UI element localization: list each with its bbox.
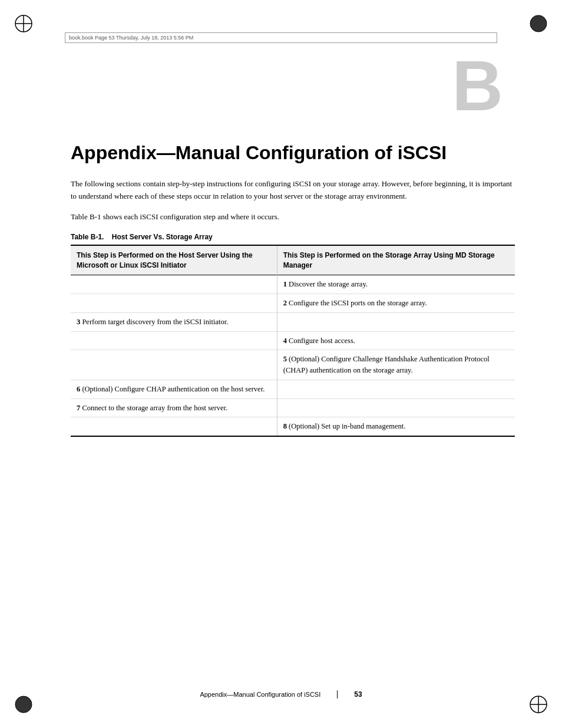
storage-array-cell bbox=[277, 380, 515, 398]
page: book.book Page 53 Thursday, July 18, 201… bbox=[0, 0, 562, 728]
col1-header: This Step is Performed on the Host Serve… bbox=[71, 245, 277, 275]
storage-array-cell bbox=[277, 312, 515, 331]
table-intro: Table B-1 shows each iSCSI configuration… bbox=[71, 211, 515, 223]
svg-point-4 bbox=[15, 696, 32, 713]
host-server-cell bbox=[71, 294, 277, 313]
intro-paragraph: The following sections contain step-by-s… bbox=[71, 178, 515, 203]
storage-array-cell: 1 Discover the storage array. bbox=[277, 275, 515, 294]
table-caption-title: Host Server Vs. Storage Array bbox=[112, 233, 213, 241]
table-caption: Table B-1. Host Server Vs. Storage Array bbox=[71, 233, 515, 241]
table-caption-label: Table B-1. bbox=[71, 233, 104, 241]
header-bar-text: book.book Page 53 Thursday, July 18, 201… bbox=[69, 35, 193, 41]
footer-content: Appendix—Manual Configuration of iSCSI 5… bbox=[200, 690, 362, 699]
storage-array-cell: 5 (Optional) Configure Challenge Handsha… bbox=[277, 350, 515, 380]
chapter-letter: B bbox=[452, 50, 503, 121]
table-row: 7 Connect to the storage array from the … bbox=[71, 398, 515, 417]
header-bar: book.book Page 53 Thursday, July 18, 201… bbox=[65, 32, 497, 43]
table-row: 2 Configure the iSCSI ports on the stora… bbox=[71, 294, 515, 313]
table-row: 6 (Optional) Configure CHAP authenticati… bbox=[71, 380, 515, 398]
footer: Appendix—Manual Configuration of iSCSI 5… bbox=[0, 690, 562, 699]
table-row: 8 (Optional) Set up in-band management. bbox=[71, 417, 515, 436]
footer-divider bbox=[337, 690, 338, 699]
table-row: 1 Discover the storage array. bbox=[71, 275, 515, 294]
table-row: 4 Configure host access. bbox=[71, 331, 515, 350]
main-content: Appendix—Manual Configuration of iSCSI T… bbox=[71, 141, 515, 437]
host-server-cell: 3 Perform target discovery from the iSCS… bbox=[71, 312, 277, 331]
col2-header: This Step is Performed on the Storage Ar… bbox=[277, 245, 515, 275]
storage-array-cell: 4 Configure host access. bbox=[277, 331, 515, 350]
config-table: This Step is Performed on the Host Serve… bbox=[71, 245, 515, 437]
host-server-cell bbox=[71, 275, 277, 294]
storage-array-cell: 8 (Optional) Set up in-band management. bbox=[277, 417, 515, 436]
storage-array-cell: 2 Configure the iSCSI ports on the stora… bbox=[277, 294, 515, 313]
footer-page-number: 53 bbox=[354, 690, 362, 699]
host-server-cell bbox=[71, 417, 277, 436]
table-row: 3 Perform target discovery from the iSCS… bbox=[71, 312, 515, 331]
storage-array-cell bbox=[277, 398, 515, 417]
page-title: Appendix—Manual Configuration of iSCSI bbox=[71, 141, 515, 164]
table-row: 5 (Optional) Configure Challenge Handsha… bbox=[71, 350, 515, 380]
corner-reg-tl bbox=[13, 13, 34, 34]
host-server-cell: 6 (Optional) Configure CHAP authenticati… bbox=[71, 380, 277, 398]
table-header-row: This Step is Performed on the Host Serve… bbox=[71, 245, 515, 275]
host-server-cell bbox=[71, 331, 277, 350]
corner-reg-tr bbox=[528, 13, 549, 34]
footer-label: Appendix—Manual Configuration of iSCSI bbox=[200, 691, 320, 698]
host-server-cell: 7 Connect to the storage array from the … bbox=[71, 398, 277, 417]
host-server-cell bbox=[71, 350, 277, 380]
svg-point-3 bbox=[530, 15, 547, 32]
